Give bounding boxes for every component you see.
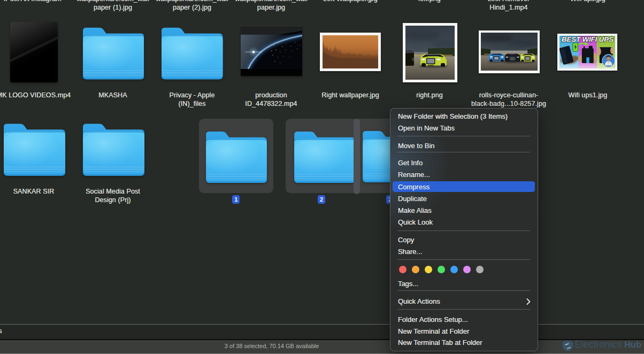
svg-text:BEST WIFI UPS: BEST WIFI UPS [562,36,614,43]
svg-text:Electronics: Electronics [575,340,622,350]
svg-text:Hub: Hub [624,340,641,349]
